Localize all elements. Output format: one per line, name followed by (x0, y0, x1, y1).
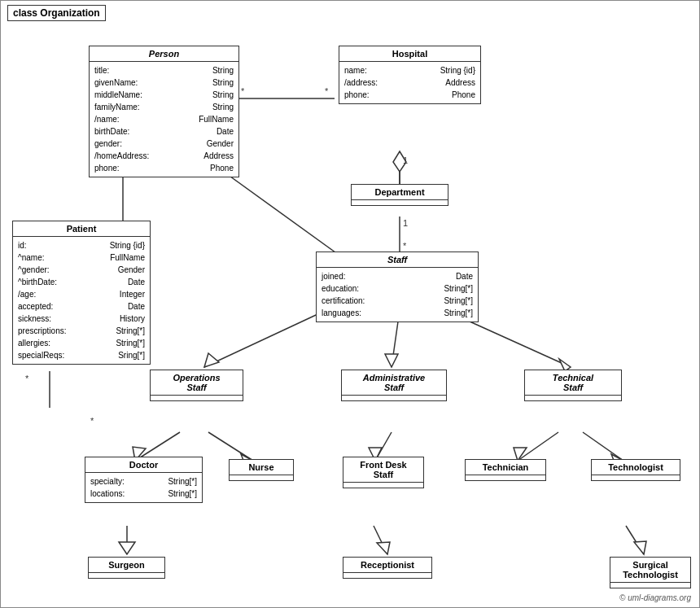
svg-text:*: * (241, 86, 245, 96)
svg-line-38 (626, 526, 644, 554)
diagram-container: class Organization * * 1 * 1 * * * (0, 0, 700, 608)
front-desk-staff-class-name: Front Desk Staff (343, 457, 423, 483)
receptionist-class-name: Receptionist (343, 558, 431, 573)
operations-staff-class-name: Operations Staff (151, 370, 243, 396)
svg-marker-4 (393, 151, 406, 172)
patient-attrs: id:String {id} ^name:FullName ^gender:Ge… (13, 237, 150, 364)
surgical-technologist-attrs (610, 583, 690, 588)
surgeon-class-name: Surgeon (89, 558, 164, 573)
technologist-class-name: Technologist (592, 460, 680, 475)
svg-line-26 (208, 432, 253, 461)
svg-line-18 (204, 310, 326, 367)
svg-text:*: * (25, 374, 29, 383)
doctor-attrs: specialty:String[*] locations:String[*] (85, 473, 202, 502)
svg-marker-21 (385, 354, 398, 367)
surgeon-attrs (89, 573, 164, 578)
technical-staff-attrs (525, 396, 621, 400)
person-class-name: Person (90, 46, 238, 62)
administrative-staff-attrs (342, 396, 446, 400)
surgeon-class: Surgeon (88, 557, 165, 579)
administrative-staff-class-name: Administrative Staff (342, 370, 446, 396)
operations-staff-attrs (151, 396, 243, 400)
copyright-text: © uml-diagrams.org (619, 593, 691, 602)
svg-marker-19 (204, 353, 219, 367)
administrative-staff-class: Administrative Staff (341, 370, 447, 401)
hospital-attrs: name:String {id} /address:Address phone:… (339, 62, 480, 103)
patient-class: Patient id:String {id} ^name:FullName ^g… (12, 221, 151, 365)
svg-text:1: 1 (403, 155, 408, 165)
svg-marker-39 (634, 541, 646, 554)
person-class: Person title:String givenName:String mid… (89, 46, 239, 177)
person-attrs: title:String givenName:String middleName… (90, 62, 238, 177)
operations-staff-class: Operations Staff (150, 370, 243, 401)
staff-attrs: joined:Date education:String[*] certific… (317, 268, 478, 321)
technologist-attrs (592, 475, 680, 480)
technologist-class: Technologist (591, 459, 680, 481)
patient-class-name: Patient (13, 221, 150, 237)
technician-class: Technician (465, 459, 546, 481)
nurse-class: Nurse (229, 459, 294, 481)
svg-text:*: * (325, 86, 329, 96)
staff-class: Staff joined:Date education:String[*] ce… (316, 252, 479, 322)
department-class-name: Department (352, 185, 448, 200)
svg-line-36 (374, 526, 387, 554)
staff-class-name: Staff (317, 252, 478, 268)
svg-line-32 (583, 432, 623, 461)
nurse-attrs (230, 475, 293, 480)
receptionist-class: Receptionist (343, 557, 432, 579)
diagram-title: class Organization (7, 5, 106, 21)
svg-text:*: * (90, 416, 94, 426)
technical-staff-class: Technical Staff (524, 370, 622, 401)
surgical-technologist-class-name: Surgical Technologist (610, 558, 690, 583)
front-desk-staff-attrs (343, 483, 423, 488)
doctor-class: Doctor specialty:String[*] locations:Str… (85, 457, 203, 503)
svg-marker-35 (119, 542, 135, 554)
department-attrs (352, 200, 448, 205)
surgical-technologist-class: Surgical Technologist (610, 557, 691, 588)
receptionist-attrs (343, 573, 431, 578)
technician-class-name: Technician (466, 460, 545, 475)
svg-text:1: 1 (403, 218, 408, 228)
technical-staff-class-name: Technical Staff (525, 370, 621, 396)
svg-line-30 (518, 432, 558, 461)
svg-text:*: * (403, 241, 407, 251)
department-class: Department (351, 184, 448, 206)
hospital-class: Hospital name:String {id} /address:Addre… (339, 46, 481, 104)
hospital-class-name: Hospital (339, 46, 480, 62)
svg-marker-37 (377, 542, 390, 554)
front-desk-staff-class: Front Desk Staff (343, 457, 424, 488)
technician-attrs (466, 475, 545, 480)
nurse-class-name: Nurse (230, 460, 293, 475)
doctor-class-name: Doctor (85, 457, 202, 473)
